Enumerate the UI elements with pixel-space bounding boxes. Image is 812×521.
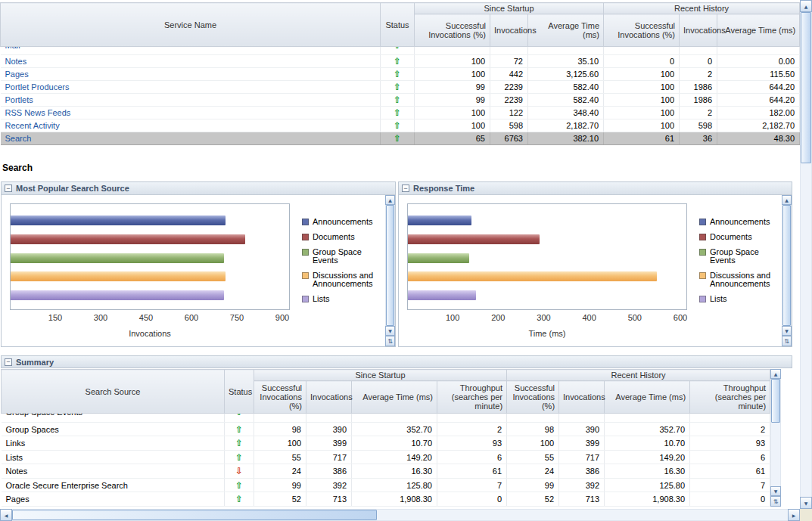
x-tick-label: 300 bbox=[537, 313, 550, 322]
table-row[interactable]: Recent Activity⇧1005982,182.701005982,18… bbox=[1, 119, 800, 132]
legend-swatch-icon bbox=[699, 234, 706, 240]
cell-status: ⇧ bbox=[225, 450, 254, 464]
table-row[interactable]: Lists⇧55717149.20655717149.206 bbox=[2, 450, 770, 464]
cell-name: Oracle Secure Enterprise Search bbox=[2, 478, 225, 492]
table-row[interactable]: Search⇧656763382.10613648.30 bbox=[1, 132, 800, 145]
cell-value: 0 bbox=[604, 55, 680, 68]
cell-value bbox=[507, 414, 559, 423]
scroll-left-button[interactable]: ◀ bbox=[0, 509, 12, 521]
cell-value: 125.80 bbox=[605, 478, 690, 492]
table-row[interactable]: Pages⇧527131,908.300527131,908.300 bbox=[2, 492, 770, 507]
cell-value: 7 bbox=[690, 478, 770, 492]
collapse-icon[interactable]: − bbox=[5, 358, 12, 366]
table-row[interactable]: Oracle Secure Enterprise Search⇧99392125… bbox=[2, 478, 770, 492]
chart-scrollbar[interactable]: ▲ ▼ ⇅ bbox=[782, 195, 792, 346]
resize-corner[interactable]: ⇅ bbox=[770, 496, 781, 507]
scroll-down-button[interactable]: ▼ bbox=[770, 486, 781, 496]
cell-value: 100 bbox=[604, 94, 680, 107]
table-row[interactable]: Notes⇩2438616.30612438616.3061 bbox=[2, 464, 770, 479]
scrollbar-thumb[interactable] bbox=[386, 205, 394, 326]
table-row[interactable]: Portlets⇧992239582.401001986644.20 bbox=[1, 94, 800, 107]
cell-value: 52 bbox=[254, 492, 306, 507]
table-row[interactable]: Pages⇧1004423,125.601002115.50 bbox=[1, 68, 800, 81]
table-row[interactable]: Group Spaces⇧98390352.70298390352.702 bbox=[2, 422, 770, 436]
legend-item: Documents bbox=[302, 233, 385, 241]
clipped-cell-content bbox=[609, 414, 685, 421]
legend-label: Lists bbox=[710, 295, 727, 303]
scrollbar-thumb[interactable] bbox=[782, 205, 791, 326]
up-arrow-icon: ▲ bbox=[774, 371, 778, 377]
col-header-average-time: Average Time (ms) bbox=[605, 381, 690, 414]
table-row[interactable]: Group Space Events⇧ bbox=[2, 414, 770, 423]
legend-item: Discussions and Announcements bbox=[302, 271, 385, 288]
service-link[interactable]: Pages bbox=[5, 70, 29, 79]
scroll-up-button[interactable]: ▲ bbox=[800, 0, 812, 12]
scroll-down-button[interactable]: ▼ bbox=[782, 326, 792, 336]
scroll-down-button[interactable]: ▼ bbox=[800, 497, 812, 509]
horizontal-scrollbar[interactable]: ◀ ▶ bbox=[0, 509, 800, 521]
scrollbar-thumb[interactable] bbox=[801, 12, 811, 163]
panel-header: − Most Popular Search Source bbox=[2, 182, 395, 195]
table-row[interactable]: Mail⇧ bbox=[1, 47, 800, 55]
cell-value: 386 bbox=[559, 464, 605, 479]
service-link[interactable]: Portlets bbox=[5, 95, 33, 104]
x-tick-label: 300 bbox=[94, 313, 107, 322]
cell-value: 149.20 bbox=[605, 450, 690, 464]
bar-announcements bbox=[408, 216, 471, 225]
scroll-up-button[interactable]: ▲ bbox=[782, 195, 792, 205]
status-up-icon: ⇧ bbox=[235, 452, 243, 463]
service-link[interactable]: Notes bbox=[5, 57, 27, 66]
cell-value: 0 bbox=[680, 55, 717, 68]
cell-value: 100 bbox=[254, 436, 306, 451]
cell-value: 717 bbox=[559, 450, 605, 464]
table-row[interactable]: Notes⇧1007235.10000.00 bbox=[1, 55, 800, 68]
clipped-cell-content: Mail bbox=[5, 47, 376, 54]
cell-value: 2,182.70 bbox=[528, 119, 604, 132]
resize-corner[interactable]: ⇅ bbox=[385, 336, 395, 346]
service-link[interactable]: Search bbox=[5, 134, 32, 143]
scrollbar-track[interactable] bbox=[385, 205, 395, 326]
collapse-icon[interactable]: − bbox=[5, 185, 12, 192]
up-arrow-icon: ▲ bbox=[804, 4, 808, 9]
scrollbar-thumb[interactable] bbox=[771, 379, 780, 423]
cell-value: 582.40 bbox=[528, 81, 604, 94]
scrollbar-track[interactable] bbox=[800, 12, 812, 497]
scrollbar-thumb[interactable] bbox=[12, 510, 377, 520]
summary-scrollbar[interactable]: ▲ ▼ ⇅ bbox=[770, 369, 781, 507]
service-link[interactable]: Portlet Producers bbox=[5, 82, 70, 91]
cell-value: 598 bbox=[490, 119, 528, 132]
scroll-up-button[interactable]: ▲ bbox=[385, 195, 395, 205]
cell-value: 0.00 bbox=[717, 55, 800, 68]
service-link[interactable]: RSS News Feeds bbox=[5, 108, 71, 117]
cell-value: 2239 bbox=[490, 94, 528, 107]
cell-value: 24 bbox=[254, 464, 306, 479]
table-row[interactable]: Portlet Producers⇧992239582.401001986644… bbox=[1, 81, 800, 94]
vertical-scrollbar[interactable]: ▲ ▼ bbox=[800, 0, 812, 509]
scrollbar-track[interactable] bbox=[770, 379, 781, 486]
clipped-cell-content bbox=[311, 414, 347, 421]
cell-name: Group Spaces bbox=[2, 422, 225, 436]
table-row[interactable]: RSS News Feeds⇧100122348.401002182.00 bbox=[1, 107, 800, 119]
legend-swatch-icon bbox=[302, 249, 309, 256]
col-header-invocations: Invocations bbox=[680, 14, 717, 47]
collapse-icon[interactable]: − bbox=[402, 185, 409, 192]
col-header-invocations: Invocations bbox=[306, 381, 352, 414]
chart-scrollbar[interactable]: ▲ ▼ ⇅ bbox=[385, 195, 395, 346]
scrollbar-corner bbox=[800, 509, 812, 521]
scroll-down-button[interactable]: ▼ bbox=[385, 326, 395, 336]
clipped-cell-content bbox=[695, 414, 765, 421]
table-row[interactable]: Links⇧10039910.709310039910.7093 bbox=[2, 436, 770, 451]
cell-value: 100 bbox=[415, 68, 490, 81]
summary-title: Summary bbox=[16, 358, 54, 367]
chart-legend: AnnouncementsDocumentsGroup Space Events… bbox=[302, 218, 385, 346]
scrollbar-track[interactable] bbox=[12, 509, 788, 521]
resize-corner[interactable]: ⇅ bbox=[782, 336, 792, 346]
service-link[interactable]: Recent Activity bbox=[5, 121, 60, 130]
legend-label: Group Space Events bbox=[710, 248, 782, 265]
legend-label: Announcements bbox=[710, 218, 770, 226]
service-link[interactable]: Mail bbox=[5, 47, 20, 50]
scroll-right-button[interactable]: ▶ bbox=[788, 509, 800, 521]
scroll-up-button[interactable]: ▲ bbox=[770, 369, 781, 379]
cell-value bbox=[717, 47, 800, 55]
scrollbar-track[interactable] bbox=[782, 205, 792, 326]
